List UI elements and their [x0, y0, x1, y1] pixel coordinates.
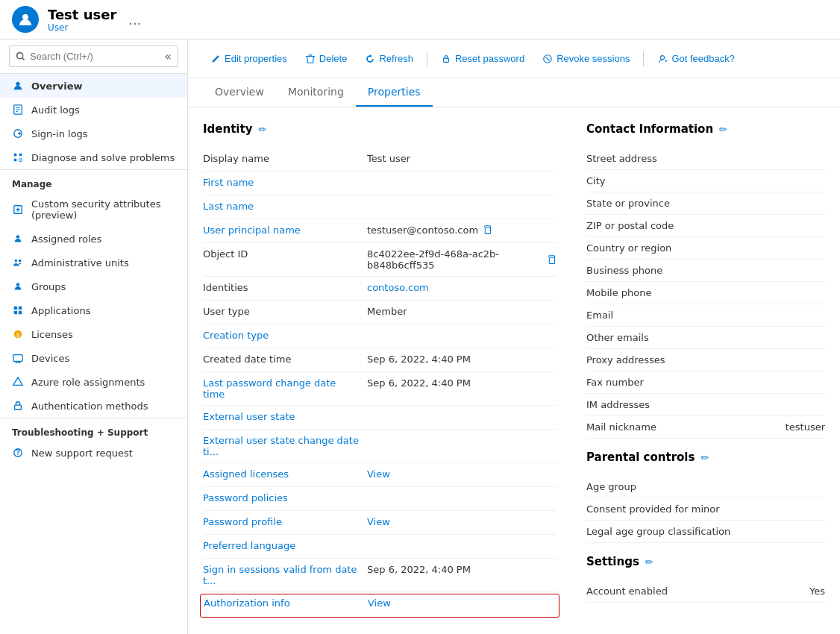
- revoke-sessions-button[interactable]: Revoke sessions: [535, 48, 637, 69]
- sidebar-item-admin-units[interactable]: Administrative units: [0, 251, 187, 274]
- toolbar-divider-2: [643, 51, 644, 66]
- main-layout: « Overview Audit logs Sign-in logs: [0, 40, 840, 634]
- sidebar-item-label: Sign-in logs: [31, 128, 88, 139]
- prop-label: Sign in sessions valid from date t...: [203, 564, 367, 586]
- svg-line-25: [546, 57, 550, 60]
- contact-label: Email: [586, 310, 825, 321]
- admin-icon: [12, 257, 24, 269]
- sidebar-item-devices[interactable]: Devices: [0, 346, 187, 370]
- app-header: Test user User ...: [0, 0, 840, 40]
- prop-upn: User principal name testuser@contoso.com: [203, 219, 557, 243]
- collapse-button[interactable]: «: [164, 49, 172, 63]
- parental-edit-icon[interactable]: ✏️: [700, 452, 709, 463]
- sidebar-item-label: Groups: [31, 281, 66, 292]
- prop-value: Sep 6, 2022, 4:40 PM: [367, 377, 557, 389]
- content-area: Edit properties Delete Refresh Reset pas…: [188, 40, 840, 634]
- prop-last-password: Last password change date time Sep 6, 20…: [203, 372, 557, 406]
- prop-value: Member: [367, 306, 557, 317]
- search-icon: [16, 51, 25, 61]
- contact-edit-icon[interactable]: ✏️: [719, 124, 727, 135]
- edit-properties-button[interactable]: Edit properties: [203, 48, 295, 69]
- svg-point-9: [15, 260, 18, 263]
- refresh-button[interactable]: Refresh: [357, 48, 421, 69]
- sidebar-item-label: Diagnose and solve problems: [31, 152, 175, 163]
- prop-label: Last name: [203, 201, 367, 212]
- contact-label: Fax number: [586, 377, 825, 388]
- sidebar-item-auth-methods[interactable]: Authentication methods: [0, 394, 187, 418]
- toolbar: Edit properties Delete Refresh Reset pas…: [188, 40, 840, 78]
- tab-properties[interactable]: Properties: [356, 78, 433, 107]
- sidebar-item-signin-logs[interactable]: Sign-in logs: [0, 122, 187, 145]
- settings-section-title: Settings ✏️: [586, 555, 825, 568]
- svg-point-8: [16, 235, 19, 238]
- copy-icon[interactable]: [483, 225, 492, 235]
- contact-label: Age group: [586, 481, 825, 492]
- prop-label: Password policies: [203, 492, 367, 503]
- svg-point-0: [22, 14, 28, 20]
- prop-label: User principal name: [203, 225, 367, 236]
- sidebar-item-applications[interactable]: Applications: [0, 298, 187, 322]
- prop-label: Last password change date time: [203, 377, 367, 400]
- svg-rect-29: [485, 227, 490, 233]
- contact-fax: Fax number: [586, 371, 825, 394]
- prop-label: User type: [203, 306, 367, 317]
- contoso-link[interactable]: contoso.com: [367, 282, 429, 293]
- prop-object-id: Object ID 8c4022ee-2f9d-468a-ac2b-b848b6…: [203, 243, 557, 277]
- contact-proxy: Proxy addresses: [586, 349, 825, 371]
- sidebar-item-assigned-roles[interactable]: Assigned roles: [0, 227, 187, 251]
- sidebar-item-overview[interactable]: Overview: [0, 74, 187, 98]
- apps-icon: [12, 304, 24, 316]
- sidebar-item-licenses[interactable]: $ Licenses: [0, 322, 187, 346]
- sidebar: « Overview Audit logs Sign-in logs: [0, 40, 188, 634]
- prop-label: Preferred language: [203, 540, 367, 551]
- sidebar-item-azure-roles[interactable]: Azure role assignments: [0, 370, 187, 394]
- settings-edit-icon[interactable]: ✏️: [645, 556, 653, 568]
- groups-icon: [12, 280, 24, 292]
- tab-overview[interactable]: Overview: [203, 78, 276, 107]
- contact-label: Business phone: [586, 265, 825, 276]
- search-input[interactable]: [30, 51, 160, 62]
- feedback-button[interactable]: Got feedback?: [650, 48, 742, 69]
- svg-point-26: [661, 55, 665, 59]
- contact-legal-age: Legal age group classification: [586, 521, 825, 543]
- tab-monitoring[interactable]: Monitoring: [276, 78, 356, 107]
- edit-icon: [210, 54, 221, 64]
- audit-icon: [12, 104, 24, 116]
- sidebar-item-groups[interactable]: Groups: [0, 274, 187, 298]
- contact-label: Account enabled: [586, 586, 809, 597]
- identity-edit-icon[interactable]: ✏️: [258, 124, 266, 135]
- contact-other-emails: Other emails: [586, 327, 825, 349]
- prop-label: Display name: [203, 153, 367, 164]
- sidebar-item-audit-logs[interactable]: Audit logs: [0, 98, 187, 122]
- sidebar-item-custom-security[interactable]: Custom security attributes (preview): [0, 192, 187, 227]
- feedback-icon: [657, 54, 668, 64]
- reset-password-button[interactable]: Reset password: [433, 48, 532, 69]
- sidebar-item-label: Licenses: [31, 329, 73, 340]
- svg-rect-20: [15, 405, 22, 409]
- svg-text:$: $: [16, 332, 19, 339]
- contact-label: Country or region: [586, 242, 825, 254]
- password-profile-view-link[interactable]: View: [367, 516, 390, 527]
- contact-section-title: Contact Information ✏️: [586, 122, 825, 136]
- sidebar-item-support[interactable]: New support request: [0, 441, 187, 465]
- svg-rect-13: [19, 307, 22, 310]
- contact-mobile: Mobile phone: [586, 282, 825, 304]
- sidebar-item-diagnose[interactable]: Diagnose and solve problems: [0, 145, 187, 169]
- prop-preferred-language: Preferred language: [203, 535, 557, 559]
- prop-last-name: Last name: [203, 195, 557, 219]
- contact-label: IM addresses: [586, 399, 825, 410]
- authorization-info-view-link[interactable]: View: [368, 597, 391, 609]
- prop-value: Sep 6, 2022, 4:40 PM: [367, 354, 557, 365]
- svg-rect-18: [13, 355, 22, 362]
- more-icon[interactable]: ...: [128, 12, 141, 28]
- assigned-licenses-view-link[interactable]: View: [367, 468, 390, 480]
- user-avatar: [12, 6, 39, 33]
- copy-icon[interactable]: [547, 255, 557, 265]
- contact-email: Email: [586, 304, 825, 327]
- prop-label: External user state change date ti...: [203, 435, 367, 457]
- delete-button[interactable]: Delete: [298, 48, 355, 69]
- custom-security-icon: [12, 204, 24, 216]
- svg-rect-30: [549, 257, 554, 263]
- sidebar-search-area: «: [0, 40, 187, 74]
- search-box[interactable]: «: [9, 45, 178, 67]
